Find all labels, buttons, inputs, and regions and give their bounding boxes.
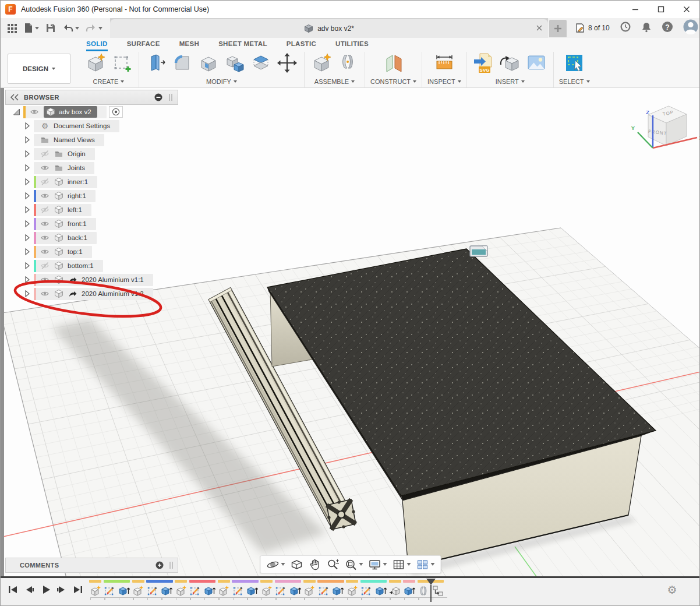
- visibility-eye-icon[interactable]: [40, 261, 50, 270]
- panel-grip-icon[interactable]: [167, 93, 174, 102]
- canvas-tool[interactable]: [525, 51, 548, 77]
- activate-component-radio[interactable]: [109, 106, 123, 118]
- expander-icon[interactable]: [23, 219, 32, 228]
- remove-icon[interactable]: [154, 93, 163, 102]
- ribbon-tab-solid[interactable]: SOLID: [86, 38, 108, 51]
- timeline-feature-sketch[interactable]: [146, 584, 158, 597]
- browser-row-front-1[interactable]: front:1: [5, 217, 178, 231]
- insert-svg-tool[interactable]: SVG: [472, 51, 496, 77]
- expander-icon[interactable]: [23, 149, 32, 158]
- avatar-button[interactable]: [683, 19, 698, 37]
- file-new-button[interactable]: [22, 22, 41, 34]
- minimize-button[interactable]: [623, 1, 648, 18]
- document-limit-badge[interactable]: 8 of 10: [575, 23, 610, 33]
- browser-row-right-1[interactable]: right:1: [5, 189, 178, 203]
- tab-close-icon[interactable]: [536, 25, 542, 31]
- combine-tool[interactable]: [223, 51, 246, 77]
- timeline-feature-sketch[interactable]: [189, 584, 201, 597]
- timeline-feature-component[interactable]: [218, 584, 230, 597]
- save-button[interactable]: [44, 22, 58, 34]
- close-button[interactable]: [674, 1, 699, 18]
- expander-icon[interactable]: [23, 121, 32, 131]
- ribbon-group-label[interactable]: SELECT: [559, 78, 590, 85]
- timeline-feature-sketch[interactable]: [275, 584, 287, 597]
- canvas-marker-icon[interactable]: [470, 246, 487, 256]
- press-pull-tool[interactable]: [144, 51, 168, 77]
- browser-row-inner-1[interactable]: inner:1: [5, 175, 178, 189]
- timeline-feature-sketch[interactable]: [104, 584, 116, 597]
- timeline-feature-extrude[interactable]: [374, 584, 387, 597]
- view-cube[interactable]: TOP FRONT Z Y X: [631, 106, 699, 148]
- timeline-skip-start-button[interactable]: [6, 583, 19, 596]
- expander-icon[interactable]: [23, 163, 32, 172]
- timeline-feature-sketch[interactable]: [360, 584, 373, 597]
- design-workspace-menu[interactable]: DESIGN: [8, 54, 70, 84]
- timeline-feature-extrude[interactable]: [289, 584, 301, 597]
- document-tab[interactable]: adv box v2*: [110, 19, 548, 38]
- ribbon-group-label[interactable]: CREATE: [93, 78, 125, 85]
- maximize-button[interactable]: [648, 1, 674, 18]
- construct-plane-tool[interactable]: [382, 51, 405, 77]
- expander-icon[interactable]: [23, 177, 32, 186]
- panel-grip-icon[interactable]: [168, 561, 175, 570]
- timeline-feature-extrude[interactable]: [332, 584, 344, 597]
- ribbon-group-label[interactable]: INSPECT: [427, 78, 461, 85]
- visibility-eye-icon[interactable]: [40, 191, 50, 200]
- browser-row-adv-box-v2[interactable]: adv box v2: [5, 105, 178, 119]
- visibility-eye-icon[interactable]: [40, 177, 50, 186]
- browser-row-joints[interactable]: Joints: [5, 161, 178, 175]
- timeline-step-forward-button[interactable]: [55, 583, 68, 596]
- clock-button[interactable]: [620, 21, 631, 35]
- ribbon-tab-utilities[interactable]: UTILITIES: [335, 38, 369, 51]
- browser-row-2020-aluminium-v1-1[interactable]: 2020 Aluminium v1:1: [5, 273, 178, 287]
- expander-icon[interactable]: [23, 275, 32, 284]
- expander-open-icon[interactable]: [12, 107, 22, 117]
- browser-row-back-1[interactable]: back:1: [5, 231, 178, 245]
- new-tab-button[interactable]: [549, 20, 567, 37]
- add-comment-icon[interactable]: [155, 561, 164, 570]
- timeline-settings-gear-icon[interactable]: ⚙: [666, 583, 678, 596]
- browser-row-named-views[interactable]: Named Views: [5, 133, 178, 147]
- expander-icon[interactable]: [23, 247, 32, 256]
- offset-face-tool[interactable]: [249, 51, 273, 77]
- zoom-button[interactable]: [327, 558, 340, 571]
- timeline-feature-extrude[interactable]: [203, 584, 215, 597]
- timeline-feature-extrude[interactable]: [403, 584, 415, 597]
- browser-row-origin[interactable]: Origin: [5, 147, 178, 161]
- ribbon-group-label[interactable]: ASSEMBLE: [314, 78, 355, 85]
- expander-icon[interactable]: [23, 233, 32, 242]
- ribbon-group-label[interactable]: INSERT: [496, 78, 525, 85]
- timeline-ruler[interactable]: [90, 597, 447, 600]
- timeline-feature-extrude[interactable]: [118, 584, 130, 597]
- timeline-feature-component[interactable]: [303, 584, 316, 597]
- expander-icon[interactable]: [23, 289, 32, 298]
- timeline-feature-sketch[interactable]: [232, 584, 244, 597]
- bell-button[interactable]: [641, 22, 652, 35]
- browser-row-left-1[interactable]: left:1: [5, 203, 178, 217]
- grid3-button[interactable]: [393, 558, 411, 571]
- ribbon-group-label[interactable]: CONSTRUCT: [370, 78, 416, 85]
- timeline-feature-component[interactable]: [89, 584, 101, 597]
- timeline-feature-extrude[interactable]: [246, 584, 259, 597]
- fit-button[interactable]: [345, 558, 363, 571]
- collapse-panel-icon[interactable]: [9, 93, 19, 102]
- measure-tool[interactable]: [433, 51, 456, 77]
- timeline-step-back-button[interactable]: [23, 583, 36, 596]
- new-component-tool[interactable]: [310, 51, 333, 77]
- fillet-tool[interactable]: [171, 51, 194, 77]
- expander-icon[interactable]: [23, 205, 32, 214]
- undo-button[interactable]: [61, 22, 81, 34]
- help-button[interactable]: ?: [662, 21, 673, 35]
- visibility-eye-icon[interactable]: [40, 163, 50, 172]
- create-sketch-tool[interactable]: [110, 51, 133, 77]
- expander-icon[interactable]: [23, 135, 32, 145]
- timeline-position-marker[interactable]: [426, 579, 436, 602]
- viewport-canvas[interactable]: TOP FRONT Z Y X BROWSER adv box v2⚙: [1, 88, 699, 578]
- pan-button[interactable]: [309, 558, 321, 571]
- redo-button[interactable]: [84, 22, 104, 34]
- look-at-button[interactable]: [291, 558, 303, 571]
- ribbon-group-label[interactable]: MODIFY: [206, 78, 237, 85]
- timeline-play-button[interactable]: [39, 583, 52, 596]
- timeline-feature-component[interactable]: [346, 584, 358, 597]
- ribbon-tab-sheet-metal[interactable]: SHEET METAL: [218, 38, 267, 51]
